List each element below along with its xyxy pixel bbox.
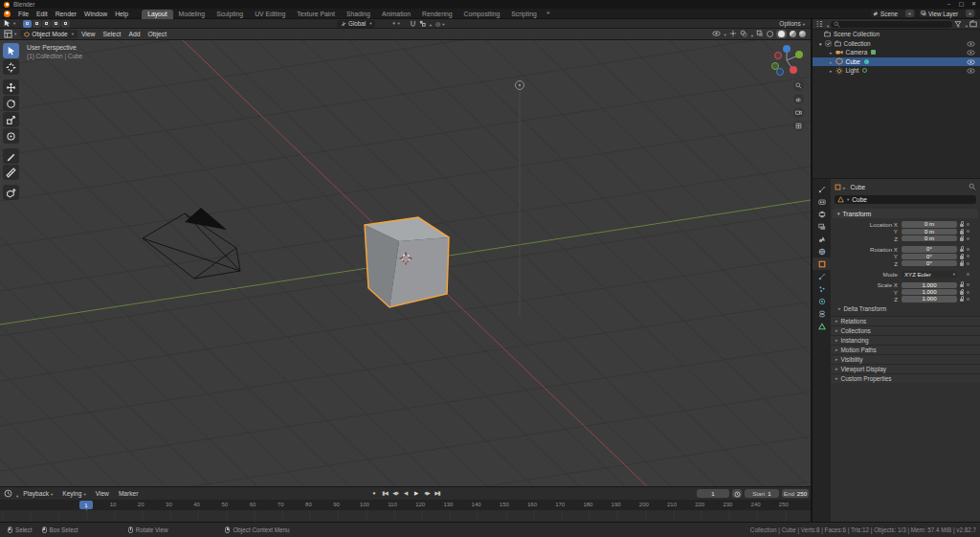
xray-toggle[interactable] [756,30,764,38]
select-mode-extend[interactable] [33,20,41,28]
workspace-tab[interactable]: Modeling [173,10,212,19]
new-scene-button[interactable]: + [905,10,914,17]
shading-material-button[interactable] [790,31,796,37]
transform-orientation-dropdown[interactable]: Global [337,20,375,28]
number-field[interactable]: 0° [902,246,957,252]
viewport-menu-item[interactable]: Add [124,31,144,37]
playhead-badge[interactable]: 1 [79,501,93,509]
light-object[interactable] [516,81,524,90]
gizmo-z-axis[interactable] [783,45,791,53]
outliner-row-cube[interactable]: Cube [813,57,980,67]
navigation-gizmo[interactable] [770,44,805,78]
blender-app-menu-icon[interactable] [4,11,11,17]
new-view-layer-button[interactable]: + [966,10,974,17]
keying-menu[interactable]: Keying [57,490,90,497]
tab-object-data[interactable] [813,320,831,332]
shading-rendered-button[interactable] [799,31,806,37]
add-cube-tool[interactable] [3,185,19,200]
menu-item[interactable]: Render [52,9,80,19]
animate-dot-icon[interactable] [967,223,969,226]
play-reverse-button[interactable] [401,488,411,498]
annotate-tool[interactable] [3,148,19,164]
next-keyframe-button[interactable] [422,488,432,498]
menu-item[interactable]: File [14,9,33,19]
viewport-menu-item[interactable]: View [78,31,100,37]
rotate-tool[interactable] [3,96,19,111]
workspace-tab[interactable]: Layout [142,10,172,19]
viewport-menu-item[interactable]: Object [145,31,171,37]
animate-dot-icon[interactable] [967,237,969,240]
workspace-tab[interactable]: Animation [376,10,416,19]
animate-dot-icon[interactable] [967,262,969,265]
tab-render[interactable] [813,195,831,208]
outliner-row-scene-collection[interactable]: Scene Collection [813,30,980,39]
view-layer-selector[interactable]: View Layer + [919,10,976,17]
collapsed-panel-header[interactable]: Motion Paths [831,345,980,354]
hide-eye-icon[interactable] [967,41,975,48]
lock-icon[interactable] [960,224,964,228]
frame-end-field[interactable]: End250 [782,489,809,498]
previous-keyframe-button[interactable] [390,488,400,498]
overlays-dropdown[interactable] [740,30,753,38]
animate-dot-icon[interactable] [967,283,969,286]
cursor-tool[interactable] [3,59,19,75]
camera-object[interactable] [143,208,240,279]
camera-view-button[interactable] [793,107,804,118]
scale-tool[interactable] [3,112,19,127]
viewport-canvas[interactable] [0,40,811,486]
timeline-editor-type-dropdown[interactable] [4,489,18,499]
lock-icon[interactable] [960,237,964,241]
playback-menu[interactable]: Playback [18,490,57,497]
move-tool[interactable] [3,79,19,95]
tab-object[interactable] [813,257,831,270]
timeline-ruler[interactable]: 1020304050607080901001101201301401501601… [0,500,811,510]
snap-target-dropdown[interactable] [419,20,432,28]
auto-keying-toggle[interactable] [732,489,742,498]
viewport-menu-item[interactable]: Select [100,31,125,37]
gizmo-x-axis[interactable] [790,66,797,74]
lock-icon[interactable] [960,249,964,253]
lock-icon[interactable] [960,291,964,295]
tab-view-layer[interactable] [813,220,831,233]
pan-button[interactable] [793,94,804,104]
object-name-field[interactable]: Cube [835,195,976,204]
measure-tool[interactable] [3,165,19,180]
delta-transform-panel[interactable]: Delta Transform [831,304,980,313]
select-box-tool[interactable] [3,43,19,58]
animate-dot-icon[interactable] [967,298,969,301]
close-button[interactable]: ✕ [968,0,980,9]
transform-tool[interactable] [3,128,19,144]
hide-eye-icon[interactable] [967,59,975,66]
editor-type-dropdown[interactable] [4,30,16,38]
collection-checkbox[interactable] [825,40,832,47]
workspace-tab[interactable]: Texture Paint [291,10,341,19]
snap-magnet-toggle[interactable] [410,20,416,28]
pivot-point-dropdown[interactable]: ⌖ [392,20,400,27]
shading-solid-button[interactable] [776,30,787,38]
number-field[interactable]: 0° [902,260,957,266]
auto-key-record-button[interactable] [369,488,379,498]
collapsed-panel-header[interactable]: Collections [831,325,980,335]
new-collection-button[interactable] [969,20,977,29]
lock-icon[interactable] [960,284,964,288]
options-dropdown[interactable]: Options [779,20,805,27]
minimize-button[interactable]: – [943,0,955,9]
number-field[interactable]: 1.000 [902,282,957,288]
rotation-mode-dropdown[interactable]: XYZ Euler [902,271,957,278]
outliner-row-collection[interactable]: Collection [813,39,980,49]
zoom-button[interactable] [793,80,804,91]
number-field[interactable]: 1.000 [902,296,957,302]
tab-world[interactable] [813,245,831,257]
current-frame-field[interactable]: 1 [697,489,729,498]
collapsed-panel-header[interactable]: Viewport Display [831,364,980,373]
outliner-row-camera[interactable]: Camera [813,48,980,57]
tab-modifiers[interactable] [813,270,831,282]
scene-selector[interactable]: Scene + [871,10,916,17]
lock-icon[interactable] [960,299,964,302]
3d-viewport[interactable]: User Perspective (1) Collection | Cube [0,40,811,486]
outliner-display-mode-dropdown[interactable] [815,20,829,29]
lock-icon[interactable] [960,262,964,266]
collapsed-panel-header[interactable]: Custom Properties [831,373,980,383]
shading-wireframe-button[interactable] [767,31,773,37]
gizmo-x-neg[interactable] [775,53,782,59]
